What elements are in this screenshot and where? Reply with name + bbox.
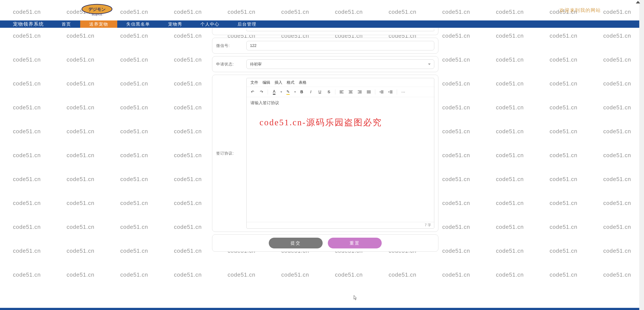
submit-button[interactable]: 提交	[269, 238, 323, 249]
nav-items: 首页 送养宠物 失信黑名单 宠物秀 个人中心 后台管理	[52, 20, 266, 28]
form-row-wechat: 微信号:	[212, 38, 438, 54]
outdent-icon[interactable]	[378, 88, 385, 96]
cursor-icon	[352, 295, 357, 301]
nav-title: 宠物领养系统	[0, 20, 52, 28]
menu-table[interactable]: 表格	[299, 80, 306, 85]
logo[interactable]: デジモン ・BIG@YOS・	[78, 2, 116, 19]
svg-marker-22	[388, 91, 390, 93]
toolbar-separator	[375, 89, 375, 94]
nav-pet-show[interactable]: 宠物秀	[159, 20, 192, 28]
chevron-down-icon	[428, 63, 431, 65]
status-value: 待初审	[250, 61, 262, 67]
form-row-agreement: 签订协议: 文件 编辑 插入 格式 表格 ↶ ↷ A ✎ B	[212, 75, 438, 232]
nav-admin[interactable]: 后台管理	[228, 20, 266, 28]
form-row-status: 申请状态: 待初审	[212, 56, 438, 72]
nav-personal[interactable]: 个人中心	[192, 20, 228, 28]
editor-toolbar: ↶ ↷ A ✎ B I U S	[246, 87, 434, 97]
undo-icon[interactable]: ↶	[249, 88, 256, 96]
editor-content[interactable]: 请输入签订协议 code51.cn-源码乐园盗图必究	[246, 97, 434, 222]
toolbar-separator	[397, 89, 397, 94]
scrollbar-track[interactable]	[639, 0, 644, 310]
svg-marker-18	[380, 91, 380, 93]
align-right-icon[interactable]	[356, 88, 364, 96]
text-color-dropdown-icon[interactable]	[280, 88, 282, 96]
svg-text:・BIG@YOS・: ・BIG@YOS・	[90, 13, 104, 16]
menu-format[interactable]: 格式	[287, 80, 294, 85]
form-panel: 微信号: 申请状态: 待初审 签订协议: 文件 编辑 插入	[212, 28, 438, 258]
highlight-icon[interactable]: ✎	[284, 88, 292, 96]
align-left-icon[interactable]	[338, 88, 345, 96]
align-justify-icon[interactable]	[365, 88, 372, 96]
redo-icon[interactable]: ↷	[258, 88, 265, 96]
menu-file[interactable]: 文件	[250, 80, 258, 85]
indent-icon[interactable]	[387, 88, 394, 96]
rich-text-editor: 文件 编辑 插入 格式 表格 ↶ ↷ A ✎ B I U	[246, 78, 434, 229]
scroll-top-icon[interactable]	[636, 1, 640, 3]
form-row-cutoff	[212, 28, 438, 35]
align-center-icon[interactable]	[347, 88, 354, 96]
bold-icon[interactable]: B	[298, 88, 306, 96]
underline-icon[interactable]: U	[316, 88, 324, 96]
nav-bar: 宠物领养系统 首页 送养宠物 失信黑名单 宠物秀 个人中心 后台管理	[0, 20, 644, 28]
svg-text:デジモン: デジモン	[88, 7, 106, 12]
highlight-dropdown-icon[interactable]	[293, 88, 296, 96]
more-icon[interactable]: ⋯	[400, 88, 407, 96]
editor-placeholder: 请输入签订协议	[250, 100, 430, 106]
main-area: 微信号: 申请状态: 待初审 签订协议: 文件 编辑 插入	[0, 28, 644, 258]
wechat-label: 微信号:	[216, 43, 246, 48]
editor-word-count: 7 字	[246, 222, 434, 228]
menu-insert[interactable]: 插入	[274, 80, 282, 85]
toolbar-separator	[268, 89, 268, 94]
menu-edit[interactable]: 编辑	[262, 80, 270, 85]
top-header: デジモン ・BIG@YOS・ 欢迎来到我的网站	[0, 0, 644, 20]
text-color-icon[interactable]: A	[270, 88, 278, 96]
agreement-label: 签订协议:	[216, 151, 246, 156]
italic-icon[interactable]: I	[307, 88, 314, 96]
wechat-input[interactable]	[246, 41, 434, 50]
editor-overlay-text: code51.cn-源码乐园盗图必究	[260, 116, 382, 128]
editor-menu: 文件 编辑 插入 格式 表格	[246, 78, 434, 87]
status-label: 申请状态:	[216, 61, 246, 67]
strikethrough-icon[interactable]: S	[325, 88, 332, 96]
nav-blacklist[interactable]: 失信黑名单	[117, 20, 159, 28]
buttons-row: 提交 重置	[212, 235, 438, 252]
logo-icon: デジモン ・BIG@YOS・	[79, 2, 115, 18]
reset-button[interactable]: 重置	[328, 238, 382, 249]
nav-send-pet[interactable]: 送养宠物	[80, 20, 117, 28]
cutoff-input[interactable]	[246, 29, 434, 31]
status-select[interactable]: 待初审	[246, 59, 434, 69]
nav-home[interactable]: 首页	[52, 20, 80, 28]
welcome-text: 欢迎来到我的网站	[560, 7, 601, 13]
footer-bar	[0, 308, 644, 310]
